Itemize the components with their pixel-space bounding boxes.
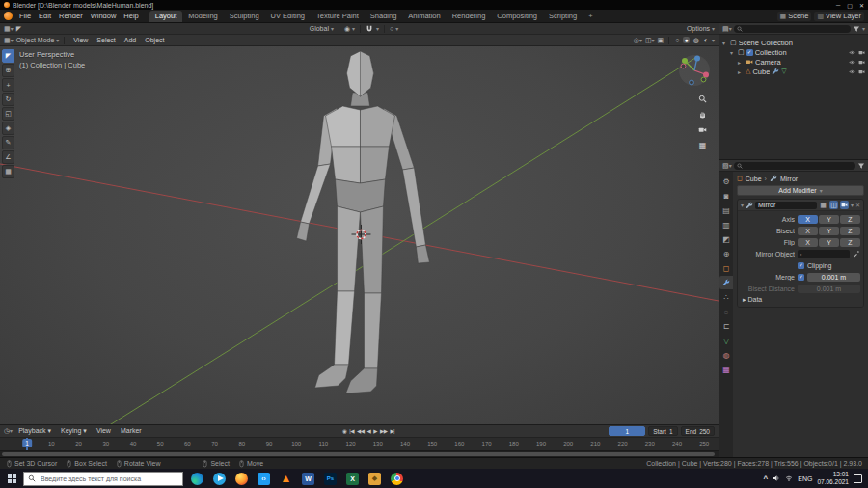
jump-to-start-button[interactable]: |◀ xyxy=(349,428,354,434)
show-gizmo-icon[interactable]: ◎▾ xyxy=(634,37,642,44)
workspace-tab-animation[interactable]: Animation xyxy=(402,11,446,22)
properties-tab-object[interactable]: ◻ xyxy=(719,261,733,275)
properties-tab-material[interactable]: ◍ xyxy=(719,348,733,362)
snap-dropdown[interactable]: ▾ xyxy=(376,25,379,32)
collection-checkbox[interactable]: ✓ xyxy=(746,49,753,56)
play-button[interactable]: ▶ xyxy=(373,428,377,434)
properties-tab-object-data[interactable]: ▽ xyxy=(719,334,733,347)
properties-tab-world[interactable]: ⊕ xyxy=(719,247,733,260)
autokey-toggle[interactable]: ◉ xyxy=(342,428,346,434)
start-button[interactable] xyxy=(3,471,20,486)
network-icon[interactable] xyxy=(785,474,793,482)
hide-viewport-toggle-icon[interactable] xyxy=(849,49,855,56)
zoom-icon[interactable] xyxy=(698,95,707,103)
axis-z-button[interactable]: Z xyxy=(840,215,860,224)
workspace-tab-shading[interactable]: Shading xyxy=(365,11,403,22)
menu-file[interactable]: File xyxy=(15,12,35,20)
frame-start-field[interactable]: Start1 xyxy=(648,426,677,436)
tool-move[interactable]: + xyxy=(2,78,14,92)
speaker-icon[interactable] xyxy=(773,474,780,482)
axis-x-button[interactable]: X xyxy=(798,215,818,224)
snap-magnet-icon[interactable] xyxy=(366,25,373,33)
taskbar-search-input[interactable] xyxy=(39,474,178,483)
timeline-scrollbar[interactable] xyxy=(0,450,719,457)
timeline-menu-playback[interactable]: Playback ▾ xyxy=(14,427,55,435)
bisect-x-button[interactable]: X xyxy=(798,227,818,235)
notification-center-icon[interactable] xyxy=(854,474,862,483)
properties-tab-texture[interactable]: ▦ xyxy=(719,363,733,376)
taskbar-app-excel[interactable]: X xyxy=(341,469,364,488)
disable-render-toggle-icon[interactable] xyxy=(858,49,865,56)
timeline-menu-marker[interactable]: Marker xyxy=(117,427,146,435)
eyedropper-icon[interactable] xyxy=(853,250,860,258)
taskbar-app-vlc[interactable]: ▲ xyxy=(275,469,297,488)
outliner-row-scene-collection[interactable]: ▾▢Scene Collection xyxy=(719,38,868,47)
minimize-button[interactable]: ─ xyxy=(836,2,840,9)
properties-tab-modifiers[interactable] xyxy=(719,276,733,289)
hide-viewport-toggle-icon[interactable] xyxy=(849,59,855,66)
outliner-row-collection[interactable]: ▾▢✓Collection xyxy=(719,47,868,57)
proportional-editing-icon[interactable]: ○ ▾ xyxy=(390,25,398,32)
workspace-tab-sculpting[interactable]: Sculpting xyxy=(224,11,265,22)
properties-tab-scene[interactable]: ◩ xyxy=(719,232,733,246)
display-render-toggle[interactable] xyxy=(840,201,849,209)
menu-render[interactable]: Render xyxy=(55,12,87,20)
editor-type-icon[interactable]: ▦▾ xyxy=(4,37,14,44)
navigation-gizmo[interactable] xyxy=(678,54,711,87)
frame-end-field[interactable]: End250 xyxy=(681,426,715,436)
disclosure-icon[interactable]: ▾ xyxy=(722,40,728,46)
merge-threshold-field[interactable]: 0.001 m xyxy=(807,273,860,282)
viewport-menu-add[interactable]: Add xyxy=(121,37,140,43)
merge-checkbox[interactable]: ✓ xyxy=(798,274,804,281)
clipping-checkbox[interactable]: ✓ xyxy=(798,262,804,269)
shading-rendered-icon[interactable]: ◐ xyxy=(703,37,709,43)
workspace-tab-modeling[interactable]: Modeling xyxy=(182,11,223,22)
timeline-editor-icon[interactable]: ◷▾ xyxy=(4,427,13,435)
mode-dropdown[interactable]: Object Mode ▾ xyxy=(16,37,60,43)
timeline-scrollbar-thumb[interactable] xyxy=(2,452,715,456)
viewport-3d[interactable]: User Perspective (1) Collection | Cube ◤… xyxy=(0,46,719,424)
filter-icon[interactable] xyxy=(857,162,865,170)
axis-y-button[interactable]: Y xyxy=(819,215,839,224)
bisect-y-button[interactable]: Y xyxy=(819,227,839,235)
tool-annotate[interactable]: ✎ xyxy=(2,136,14,149)
taskbar-app-tool[interactable]: ◆ xyxy=(364,469,386,488)
properties-tab-physics[interactable]: ◌ xyxy=(719,305,733,318)
outliner-row-camera[interactable]: ▸Camera xyxy=(719,57,868,67)
disable-render-toggle-icon[interactable] xyxy=(858,68,865,75)
expand-icon[interactable]: ▾ xyxy=(741,202,744,208)
workspace-tab-rendering[interactable]: Rendering xyxy=(447,11,492,22)
workspace-tab-texture-paint[interactable]: Texture Paint xyxy=(311,11,365,22)
view-layer-selector[interactable]: ▥ View Layer xyxy=(814,12,864,21)
taskbar-app-chrome[interactable] xyxy=(386,469,408,488)
shading-solid-icon[interactable]: ● xyxy=(683,37,689,43)
blender-app-icon[interactable] xyxy=(4,12,13,20)
tray-expand-icon[interactable]: ^ xyxy=(764,474,769,483)
menu-window[interactable]: Window xyxy=(87,12,121,20)
jump-to-end-button[interactable]: ▶| xyxy=(390,428,394,434)
flip-x-button[interactable]: X xyxy=(798,238,818,247)
breadcrumb-object[interactable]: Cube xyxy=(746,176,762,182)
modifier-close-button[interactable]: ✕ xyxy=(855,202,860,208)
properties-tab-render[interactable]: ◙ xyxy=(719,189,733,203)
pan-hand-icon[interactable] xyxy=(698,110,707,119)
disable-render-toggle-icon[interactable] xyxy=(858,59,865,66)
shading-wireframe-icon[interactable]: ○ xyxy=(674,37,680,43)
tool-transform[interactable]: ◈ xyxy=(2,122,14,135)
bisect-z-button[interactable]: Z xyxy=(840,227,860,235)
xray-toggle-icon[interactable]: ▣ xyxy=(658,37,665,44)
display-editmode-toggle[interactable]: ▦ xyxy=(819,201,827,209)
timeline-ruler[interactable]: 1 10203040506070809010011012013014015016… xyxy=(0,437,719,450)
add-workspace-button[interactable]: + xyxy=(583,11,598,22)
bisect-distance-field[interactable]: 0.001 m xyxy=(798,285,860,293)
workspace-tab-scripting[interactable]: Scripting xyxy=(543,11,583,22)
workspace-tab-uv-editing[interactable]: UV Editing xyxy=(265,11,311,22)
playhead-frame-label[interactable]: 1 xyxy=(22,439,32,447)
editor-type-icon[interactable]: ▦▾ xyxy=(4,25,14,33)
viewport-menu-view[interactable]: View xyxy=(69,37,92,43)
taskbar-search[interactable] xyxy=(23,472,183,486)
flip-z-button[interactable]: Z xyxy=(840,238,860,247)
outliner-editor-icon[interactable]: ▤▾ xyxy=(722,25,732,33)
properties-editor-icon[interactable]: ▧▾ xyxy=(722,162,732,170)
tool-add-primitive[interactable]: ▦ xyxy=(2,165,14,178)
